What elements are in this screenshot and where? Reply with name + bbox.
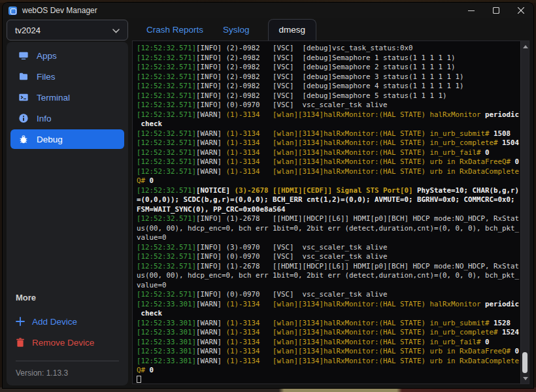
log-line — [137, 376, 520, 384]
apps-icon — [18, 50, 29, 61]
maximize-icon — [493, 7, 499, 14]
log-line: [12:52:32.571][INFO] (0)-0970 [VSC] vsc_… — [137, 252, 520, 262]
log-line: check — [137, 309, 520, 319]
log-line: [12:52:33.301][WARN] (1)-3134 [wlan][313… — [137, 328, 520, 338]
chevron-down-icon — [112, 25, 120, 35]
log-line: [12:52:32.571][WARN] (1)-3134 [wlan][313… — [137, 139, 520, 148]
trash-icon — [16, 338, 25, 348]
desktop-background-bottom — [0, 387, 536, 392]
log-line: [12:52:32.571][NOTICE] (3)-2678 [[HDMI][… — [137, 186, 520, 196]
log-line: [12:52:33.301][WARN] (1)-3134 [wlan][313… — [137, 347, 520, 357]
sidebar-item-label: Debug — [37, 135, 63, 144]
sidebar-item-debug[interactable]: Debug — [10, 129, 124, 149]
scrollbar-up-button[interactable] — [521, 42, 529, 50]
log-panel: [12:52:32.571][INFO] (2)-0982 [VSC] [deb… — [132, 41, 529, 384]
tab-dmesg[interactable]: dmesg — [268, 19, 317, 41]
add-device-label: Add Device — [32, 317, 77, 327]
scrollbar-down-button[interactable] — [521, 374, 529, 382]
log-line: [12:52:32.571][WARN] (1)-3134 [wlan][313… — [137, 129, 520, 139]
log-line: [12:52:33.301][WARN] (1)-3134 [wlan][313… — [137, 319, 520, 329]
log-line: [12:52:33.301][WARN] (1)-3134 [wlan][313… — [137, 300, 520, 310]
log-line: [12:52:32.571][INFO] (1)-2678 [[HDMI][HD… — [137, 214, 520, 224]
tab-syslog[interactable]: Syslog — [223, 25, 250, 35]
log-line: [12:52:32.571][WARN] (1)-3134 [wlan][313… — [137, 110, 520, 120]
arrow-up-icon — [523, 45, 528, 48]
log-line: us(00, 00), hdcp_enc=0, bch err 1bit=0, … — [137, 271, 520, 281]
remove-device-button[interactable]: Remove Device — [16, 333, 119, 352]
terminal-cursor — [137, 376, 141, 383]
log-line: [12:52:32.571][INFO] (2)-0982 [VSC] [deb… — [137, 82, 520, 91]
log-line: =(0,0,0)); SCDC(b,g,r)=(0,0,0); BCH_ERR … — [137, 195, 520, 205]
sidebar-item-label: Terminal — [37, 93, 70, 103]
sidebar-item-label: Info — [37, 114, 52, 123]
sidebar-item-files[interactable]: Files — [10, 67, 124, 86]
plus-icon — [16, 317, 25, 326]
log-line: value=0 — [137, 281, 520, 291]
debug-icon — [18, 134, 29, 144]
log-output[interactable]: [12:52:32.571][INFO] (2)-0982 [VSC] [deb… — [133, 41, 520, 384]
info-icon — [18, 113, 29, 123]
log-line: [12:52:33.301][WARN] (1)-3134 [wlan][313… — [137, 338, 520, 348]
log-line: [12:52:32.571][WARN] (1)-3134 [wlan][313… — [137, 157, 520, 167]
sidebar-divider — [16, 361, 119, 361]
add-device-button[interactable]: Add Device — [16, 312, 119, 331]
window-title: webOS Dev Manager — [22, 6, 97, 15]
more-heading: More — [16, 293, 119, 302]
close-button[interactable] — [509, 3, 533, 18]
files-icon — [18, 71, 29, 82]
maximize-button[interactable] — [484, 3, 509, 18]
log-line: [12:52:32.571][WARN] (1)-3134 [wlan][313… — [137, 148, 520, 158]
tab-crash-reports[interactable]: Crash Reports — [146, 25, 203, 35]
device-selector[interactable]: tv2024 — [7, 20, 128, 41]
log-line: [12:52:32.571][INFO] (2)-0982 [VSC] [deb… — [137, 44, 520, 54]
device-selector-value: tv2024 — [15, 25, 41, 35]
log-line: [12:52:32.571][INFO] (2)-0982 [VSC] [deb… — [137, 91, 520, 101]
log-line: [12:52:32.571][INFO] (2)-0982 [VSC] [deb… — [137, 73, 520, 82]
sidebar-item-label: Files — [37, 72, 56, 82]
sidebar-item-label: Apps — [37, 51, 57, 61]
app-icon — [8, 7, 17, 15]
log-line: [12:52:32.571][INFO] (3)-0970 [VSC] vsc_… — [137, 243, 520, 253]
log-line: check — [137, 120, 520, 129]
arrow-down-icon — [523, 377, 528, 380]
version-label: Version: 1.13.3 — [16, 368, 119, 380]
tab-bar: Crash Reports Syslog dmesg — [132, 18, 520, 41]
log-line: [12:52:32.571][INFO] (2)-0982 [VSC] [deb… — [137, 63, 520, 73]
log-line: [12:52:32.571][WARN] (1)-3134 [wlan][313… — [137, 167, 520, 177]
log-line: [12:52:32.571][INFO] (1)-2678 [[HDMI][HD… — [137, 262, 520, 272]
log-line: [12:52:32.571][INFO] (2)-0982 [VSC] [deb… — [137, 54, 520, 63]
remove-device-label: Remove Device — [32, 338, 94, 348]
terminal-icon — [18, 92, 29, 103]
log-line: FSM=WAIT_SYNC(0), PP_CRC=0x00e8a564 — [137, 205, 520, 215]
minimize-icon — [468, 7, 475, 14]
scrollbar-thumb[interactable] — [522, 352, 528, 373]
sidebar: Apps Files Terminal Info Debug More — [7, 42, 128, 385]
log-line: [12:52:33.301][WARN] (1)-3134 [wlan][313… — [137, 357, 520, 367]
sidebar-item-apps[interactable]: Apps — [10, 46, 124, 65]
app-window: webOS Dev Manager tv2024 Crash Reports S… — [3, 3, 533, 388]
log-line: Q# 0 — [137, 366, 520, 376]
log-line: value=0 — [137, 233, 520, 243]
sidebar-item-info[interactable]: Info — [10, 108, 124, 128]
minimize-button[interactable] — [459, 3, 484, 18]
sidebar-item-terminal[interactable]: Terminal — [10, 88, 124, 107]
close-icon — [518, 7, 524, 14]
log-line: us(00, 00), hdcp_enc=0, bch err 1bit=0, … — [137, 224, 520, 234]
title-bar[interactable]: webOS Dev Manager — [3, 3, 533, 18]
log-line: Q# 0 — [137, 176, 520, 186]
vertical-scrollbar[interactable] — [520, 41, 529, 384]
log-line: [12:52:32.571][INFO] (0)-0970 [VSC] vsc_… — [137, 290, 520, 300]
log-line: [12:52:32.571][INFO] (0)-0970 [VSC] vsc_… — [137, 101, 520, 110]
